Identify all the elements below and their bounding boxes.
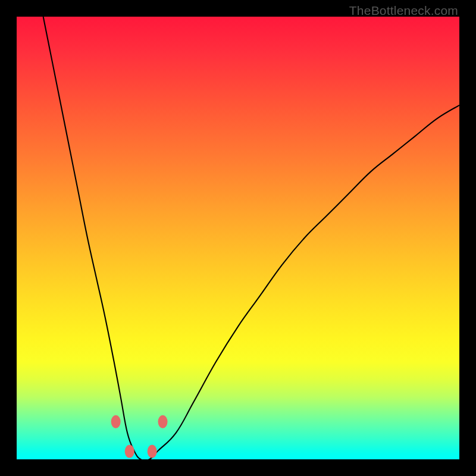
curve-markers bbox=[111, 415, 168, 458]
marker-right-upper bbox=[158, 415, 168, 428]
marker-left-lower bbox=[125, 445, 134, 458]
attribution-watermark: TheBottleneck.com bbox=[349, 4, 458, 18]
curve-layer bbox=[17, 17, 459, 459]
bottleneck-curve bbox=[43, 17, 459, 459]
plot-area bbox=[17, 17, 459, 459]
chart-frame: TheBottleneck.com bbox=[0, 0, 476, 476]
marker-right-lower bbox=[148, 445, 157, 458]
marker-left-upper bbox=[111, 415, 121, 428]
